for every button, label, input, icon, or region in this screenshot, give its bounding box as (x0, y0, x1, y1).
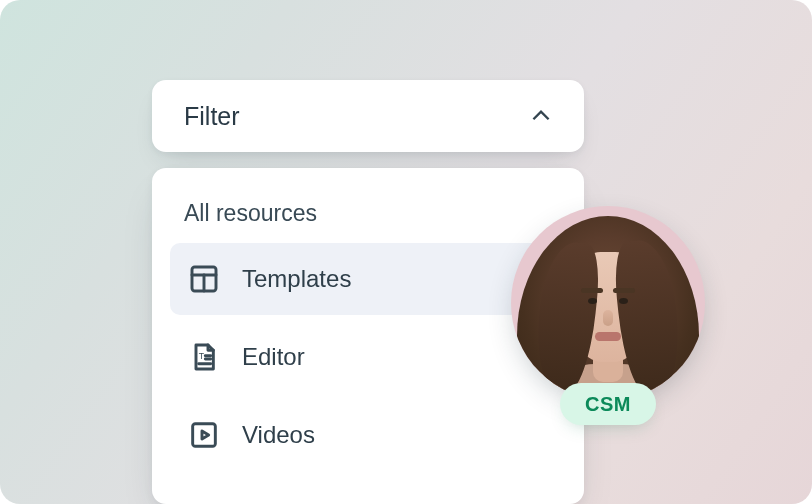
svg-text:T: T (199, 351, 205, 361)
list-item-editor[interactable]: T Editor (170, 321, 566, 393)
editor-doc-icon: T (186, 339, 222, 375)
svg-marker-8 (202, 431, 209, 439)
list-item-label: Videos (242, 421, 315, 449)
role-badge: CSM (560, 383, 656, 425)
filter-toggle[interactable]: Filter (152, 80, 584, 152)
avatar (511, 206, 705, 400)
list-heading: All resources (170, 190, 566, 237)
list-item-label: Templates (242, 265, 351, 293)
list-item-templates[interactable]: Templates (170, 243, 566, 315)
grid-icon (186, 261, 222, 297)
filter-label: Filter (184, 102, 240, 131)
app-stage: Filter All resources Templates T (0, 0, 812, 504)
chevron-up-icon (526, 101, 556, 131)
list-item-label: Editor (242, 343, 305, 371)
list-item-videos[interactable]: Videos (170, 399, 566, 471)
video-icon (186, 417, 222, 453)
svg-rect-7 (193, 424, 216, 447)
